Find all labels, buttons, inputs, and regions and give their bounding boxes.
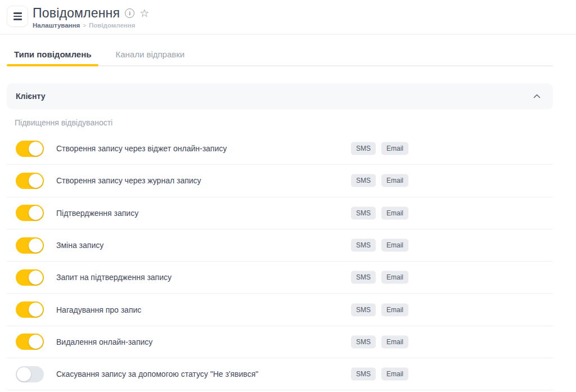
notification-row: Нагадування про запис SMSEmail <box>7 294 553 326</box>
notification-row: Зміна запису SMSEmail <box>7 229 553 262</box>
active-tab-indicator <box>7 64 98 66</box>
breadcrumb: Налаштування > Повідомлення <box>33 22 149 29</box>
channel-badge-email[interactable]: Email <box>381 271 408 284</box>
channel-badge-sms[interactable]: SMS <box>351 174 376 187</box>
notification-row: Запит на підтвердження запису SMSEmail <box>7 262 553 294</box>
toggle-knob <box>29 206 43 220</box>
notification-label: Запит на підтвердження запису <box>56 273 172 282</box>
notification-label: Нагадування про запис <box>56 305 141 314</box>
channel-badges: SMSEmail <box>351 239 408 252</box>
channel-badges: SMSEmail <box>351 303 408 316</box>
tab-sending-channels[interactable]: Канали відправки <box>107 43 192 65</box>
toggle-switch[interactable] <box>16 141 44 157</box>
channel-badge-email[interactable]: Email <box>381 303 408 316</box>
channel-badge-sms[interactable]: SMS <box>351 271 376 284</box>
notification-row: Створення запису через віджет онлайн-зап… <box>7 133 553 165</box>
channel-badge-sms[interactable]: SMS <box>351 368 376 381</box>
notification-row: Скасування запису за допомогою статусу "… <box>7 358 553 390</box>
breadcrumb-separator-icon: > <box>83 22 86 29</box>
toggle-switch[interactable] <box>16 173 44 189</box>
channel-badge-sms[interactable]: SMS <box>351 335 376 348</box>
notification-label: Видалення онлайн-запису <box>56 337 152 346</box>
channel-badge-sms[interactable]: SMS <box>351 239 376 252</box>
notification-label: Зміна запису <box>56 241 104 250</box>
channel-badges: SMSEmail <box>351 368 408 381</box>
channel-badge-email[interactable]: Email <box>381 239 408 252</box>
breadcrumb-current: Повідомлення <box>89 22 135 29</box>
notification-label: Скасування запису за допомогою статусу "… <box>56 370 258 379</box>
toggle-switch[interactable] <box>16 366 44 382</box>
channel-badges: SMSEmail <box>351 206 408 219</box>
notification-row: Підтвердження запису SMSEmail <box>7 197 553 229</box>
header-divider <box>0 34 576 35</box>
info-icon[interactable]: i <box>125 8 134 18</box>
toggle-knob <box>17 367 31 381</box>
toggle-switch[interactable] <box>16 301 44 318</box>
notification-label: Підтвердження запису <box>56 209 138 218</box>
channel-badge-email[interactable]: Email <box>381 174 408 187</box>
toggle-switch[interactable] <box>16 237 44 254</box>
channel-badges: SMSEmail <box>351 174 408 187</box>
notification-label: Створення запису через журнал запису <box>56 176 201 185</box>
page-title: Повідомлення <box>33 6 120 20</box>
channel-badge-sms[interactable]: SMS <box>351 206 376 219</box>
channel-badges: SMSEmail <box>351 335 408 348</box>
channel-badge-email[interactable]: Email <box>381 335 408 348</box>
toggle-switch[interactable] <box>16 334 44 350</box>
hamburger-icon <box>14 12 22 13</box>
toggle-knob <box>29 142 43 156</box>
toggle-switch[interactable] <box>16 269 44 286</box>
channel-badge-email[interactable]: Email <box>381 368 408 381</box>
toggle-knob <box>29 303 43 317</box>
channel-badges: SMSEmail <box>351 271 408 284</box>
channel-badge-email[interactable]: Email <box>381 142 408 155</box>
section-header-client[interactable]: Клієнту <box>7 83 553 109</box>
notification-label: Створення запису через віджет онлайн-зап… <box>56 144 227 153</box>
group-title: Підвищення відвідуваності <box>15 118 553 127</box>
toggle-knob <box>29 238 43 253</box>
tab-bar: Типи повідомлень Канали відправки <box>7 43 553 66</box>
toggle-knob <box>29 174 43 188</box>
notification-rows: Створення запису через віджет онлайн-зап… <box>7 133 553 390</box>
channel-badges: SMSEmail <box>351 142 408 155</box>
section-title: Клієнту <box>16 92 46 101</box>
channel-badge-sms[interactable]: SMS <box>351 142 376 155</box>
notification-row: Створення запису через журнал запису SMS… <box>7 165 553 197</box>
notification-row: Видалення онлайн-запису SMSEmail <box>7 326 553 358</box>
channel-badge-sms[interactable]: SMS <box>351 303 376 316</box>
toggle-knob <box>29 335 43 349</box>
chevron-up-icon[interactable] <box>533 94 541 98</box>
toggle-knob <box>29 271 43 285</box>
star-favorite-icon[interactable]: ☆ <box>140 8 149 19</box>
hamburger-menu-button[interactable] <box>7 6 28 27</box>
tab-message-types[interactable]: Типи повідомлень <box>7 43 98 65</box>
channel-badge-email[interactable]: Email <box>381 206 408 219</box>
breadcrumb-settings-link[interactable]: Налаштування <box>33 22 80 29</box>
toggle-switch[interactable] <box>16 205 44 221</box>
page-header: Повідомлення i ☆ Налаштування > Повідомл… <box>0 0 576 29</box>
title-block: Повідомлення i ☆ Налаштування > Повідомл… <box>33 6 149 29</box>
